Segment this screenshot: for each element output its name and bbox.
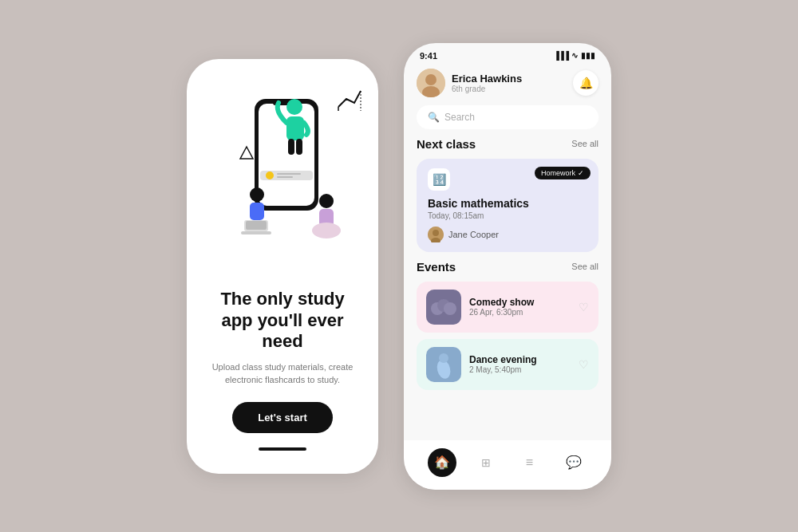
svg-point-11 bbox=[250, 187, 264, 202]
illustration bbox=[203, 83, 362, 274]
nav-home[interactable]: 🏠 bbox=[428, 448, 456, 477]
next-class-see-all[interactable]: See all bbox=[571, 139, 598, 148]
user-info: Erica Hawkins 6th grade bbox=[452, 73, 522, 93]
svg-rect-9 bbox=[288, 139, 294, 155]
class-card[interactable]: Homework ✓ 🔢 Basic mathematics Today, 08… bbox=[417, 159, 598, 252]
nav-list[interactable]: ≡ bbox=[516, 448, 544, 477]
svg-rect-14 bbox=[246, 221, 267, 230]
bell-button[interactable]: 🔔 bbox=[573, 70, 598, 96]
event-card-1[interactable]: Comedy show 26 Apr, 6:30pm ♡ bbox=[417, 282, 598, 333]
user-name: Erica Hawkins bbox=[452, 73, 522, 85]
svg-rect-5 bbox=[277, 173, 301, 175]
nav-chat[interactable]: 💬 bbox=[559, 448, 588, 477]
svg-point-18 bbox=[312, 223, 341, 238]
event-title-1: Comedy show bbox=[469, 297, 534, 308]
grid-icon: ⊞ bbox=[481, 456, 491, 469]
bottom-nav: 🏠 ⊞ ≡ 💬 bbox=[404, 440, 611, 490]
check-icon: ✓ bbox=[578, 169, 584, 177]
battery-icon: ▮▮▮ bbox=[581, 51, 595, 60]
headline: The only study app you'll ever need bbox=[203, 289, 362, 352]
status-bar: 9:41 ▐▐▐ ∿ ▮▮▮ bbox=[404, 43, 611, 64]
event-time-1: 26 Apr, 6:30pm bbox=[469, 308, 534, 317]
event-card-2[interactable]: Dance evening 2 May, 5:40pm ♡ bbox=[417, 339, 598, 390]
heart-button-2[interactable]: ♡ bbox=[579, 358, 589, 371]
svg-point-29 bbox=[433, 230, 439, 236]
bell-icon: 🔔 bbox=[579, 77, 593, 89]
status-time: 9:41 bbox=[420, 51, 437, 61]
status-icons: ▐▐▐ ∿ ▮▮▮ bbox=[554, 51, 595, 60]
class-name: Basic mathematics bbox=[428, 197, 587, 210]
svg-rect-8 bbox=[286, 116, 304, 140]
subtitle: Upload class study materials, create ele… bbox=[203, 361, 362, 387]
home-indicator bbox=[259, 447, 306, 451]
next-class-title: Next class bbox=[417, 137, 476, 151]
header-row: Erica Hawkins 6th grade 🔔 bbox=[417, 69, 598, 97]
teacher-name: Jane Cooper bbox=[448, 230, 499, 239]
svg-marker-21 bbox=[240, 147, 253, 159]
class-time: Today, 08:15am bbox=[428, 211, 587, 220]
home-icon: 🏠 bbox=[434, 455, 450, 470]
events-title: Events bbox=[417, 260, 456, 274]
phone-left: The only study app you'll ever need Uplo… bbox=[187, 59, 378, 474]
search-icon: 🔍 bbox=[428, 112, 440, 123]
svg-point-26 bbox=[425, 74, 437, 85]
wifi-icon: ∿ bbox=[571, 51, 578, 60]
events-header: Events See all bbox=[417, 260, 598, 274]
next-class-header: Next class See all bbox=[417, 137, 598, 151]
list-icon: ≡ bbox=[526, 455, 533, 470]
text-section: The only study app you'll ever need Uplo… bbox=[203, 289, 362, 386]
svg-point-38 bbox=[439, 353, 448, 363]
cta-button[interactable]: Let's start bbox=[232, 402, 333, 433]
event-thumbnail-1 bbox=[426, 290, 461, 325]
app-container: The only study app you'll ever need Uplo… bbox=[0, 0, 798, 532]
calc-icon: 🔢 bbox=[428, 168, 450, 191]
user-grade: 6th grade bbox=[452, 85, 522, 93]
teacher-avatar bbox=[428, 227, 444, 242]
svg-point-4 bbox=[266, 171, 274, 179]
nav-grid[interactable]: ⊞ bbox=[472, 448, 500, 477]
event-thumbnail-2 bbox=[426, 347, 461, 382]
signal-icon: ▐▐▐ bbox=[554, 51, 568, 60]
svg-rect-6 bbox=[277, 176, 293, 178]
events-list: Comedy show 26 Apr, 6:30pm ♡ bbox=[417, 282, 598, 390]
event-info-1: Comedy show 26 Apr, 6:30pm bbox=[469, 297, 534, 317]
svg-point-16 bbox=[319, 194, 334, 208]
event-time-2: 2 May, 5:40pm bbox=[469, 365, 537, 374]
svg-rect-10 bbox=[296, 139, 302, 155]
homework-label: Homework bbox=[541, 169, 575, 177]
svg-rect-1 bbox=[259, 104, 314, 206]
chat-icon: 💬 bbox=[566, 455, 582, 470]
svg-rect-12 bbox=[250, 203, 264, 220]
heart-button-1[interactable]: ♡ bbox=[579, 301, 589, 313]
avatar-name: Erica Hawkins 6th grade bbox=[417, 69, 522, 97]
event-info-2: Dance evening 2 May, 5:40pm bbox=[469, 354, 537, 374]
teacher-row: Jane Cooper bbox=[428, 227, 587, 242]
avatar bbox=[417, 69, 445, 97]
phone-content: Erica Hawkins 6th grade 🔔 🔍 Search Next … bbox=[404, 64, 611, 440]
svg-point-7 bbox=[286, 99, 302, 115]
phone-right: 9:41 ▐▐▐ ∿ ▮▮▮ bbox=[404, 43, 611, 490]
search-placeholder: Search bbox=[444, 112, 475, 123]
search-bar[interactable]: 🔍 Search bbox=[417, 105, 598, 129]
events-see-all[interactable]: See all bbox=[571, 262, 598, 271]
homework-badge: Homework ✓ bbox=[535, 167, 591, 179]
event-title-2: Dance evening bbox=[469, 354, 537, 365]
svg-rect-35 bbox=[426, 290, 461, 325]
svg-rect-15 bbox=[241, 231, 271, 234]
